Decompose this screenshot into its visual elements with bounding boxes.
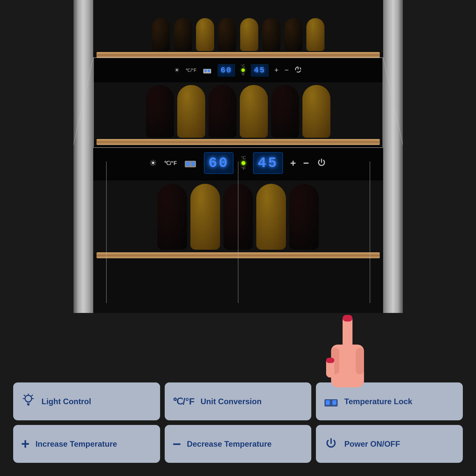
decrease-temp-box[interactable]: − Decrease Temperature [165,425,312,463]
minus-icon: − [173,437,181,451]
increase-temp-label: Increase Temperature [36,439,117,449]
power-onoff-icon [324,436,338,452]
light-control-box[interactable]: Light Control [13,382,160,420]
glass-door: ☀ ℃/°F 60 °C °F 45 + [93,0,383,313]
svg-rect-22 [326,400,330,405]
wine-bottle [152,18,170,51]
unit-conversion-icon: ℃/°F [173,396,195,407]
unit-conversion-label: Unit Conversion [201,397,262,406]
wooden-shelf-3 [97,252,380,258]
unit-conversion-button[interactable]: ℃/°F [164,160,177,166]
wine-bottle [218,18,236,51]
small-upper-temp-display: 60 [218,64,235,76]
decrease-temp-button[interactable]: − [303,157,309,169]
lower-temp-display: 45 [253,152,283,174]
svg-point-13 [25,395,32,402]
unit-conversion-box[interactable]: ℃/°F Unit Conversion [165,382,312,420]
temperature-lock-box[interactable]: Temperature Lock [316,382,463,420]
power-onoff-box[interactable]: Power ON/OFF [316,425,463,463]
small-minus-btn[interactable]: − [285,66,289,74]
wine-bottle-mid [209,85,237,138]
svg-rect-1 [205,70,207,72]
wine-bottle-lower [157,184,187,250]
lock-button[interactable] [184,157,197,169]
light-control-label: Light Control [42,397,91,406]
small-plus-btn[interactable]: + [274,66,279,74]
svg-rect-2 [208,70,210,72]
small-lower-temp-display: 45 [251,64,268,76]
svg-rect-6 [186,162,189,166]
small-power-btn[interactable] [294,66,302,75]
main-control-panel: ☀ ℃/°F 60 °C °F 45 + [93,145,383,181]
power-button[interactable] [316,157,327,169]
upper-temp-display: 60 [204,152,234,174]
svg-line-18 [24,395,25,396]
wine-bottle-mid [302,85,330,138]
small-unit-icon[interactable]: ℃/°F [185,68,197,73]
wine-bottle [196,18,214,51]
wine-bottle [240,18,258,51]
temp-unit-indicator: °C °F [241,155,246,171]
wine-bottle-mid [271,85,299,138]
wine-bottle-lower [223,184,253,250]
right-frame [383,0,403,313]
increase-temp-button[interactable]: + [290,157,296,169]
wine-bottle [306,18,324,51]
wine-bottle [262,18,280,51]
small-control-panel: ☀ ℃/°F 60 °C °F 45 + [93,58,383,83]
wine-bottle-lower [256,184,286,250]
wine-bottle-mid [240,85,268,138]
info-grid: Light Control ℃/°F Unit Conversion Tempe… [13,382,463,463]
wine-bottle [174,18,192,51]
increase-temp-box[interactable]: + Increase Temperature [13,425,160,463]
plus-icon: + [21,437,30,451]
small-lock-icon[interactable] [203,66,212,74]
wooden-shelf-2 [97,139,380,145]
small-temp-unit: °C °F [241,64,245,76]
power-onoff-label: Power ON/OFF [344,439,400,449]
svg-rect-0 [203,69,211,73]
top-shelf-area [93,0,383,53]
wine-bottle-mid [146,85,174,138]
svg-line-17 [32,395,33,396]
wooden-shelf-1 [97,52,380,58]
svg-rect-14 [27,404,30,405]
small-light-icon[interactable]: ☀ [174,67,180,74]
active-unit-dot [241,161,245,165]
wine-bottle-lower [289,184,319,250]
svg-rect-23 [332,400,336,405]
temperature-lock-icon [324,395,338,408]
lower-shelf-area [93,181,383,253]
wine-bottle [284,18,302,51]
wine-bottle-lower [190,184,220,250]
light-bulb-icon [21,393,36,410]
svg-rect-7 [191,162,195,166]
temp-indicator-dot [241,69,245,72]
temperature-lock-label: Temperature Lock [344,397,412,406]
decrease-temp-label: Decrease Temperature [187,439,271,449]
svg-rect-15 [27,405,29,406]
middle-shelf-area [93,82,383,140]
left-frame [73,0,93,313]
wine-bottle-mid [177,85,205,138]
light-button[interactable]: ☀ [149,158,157,168]
